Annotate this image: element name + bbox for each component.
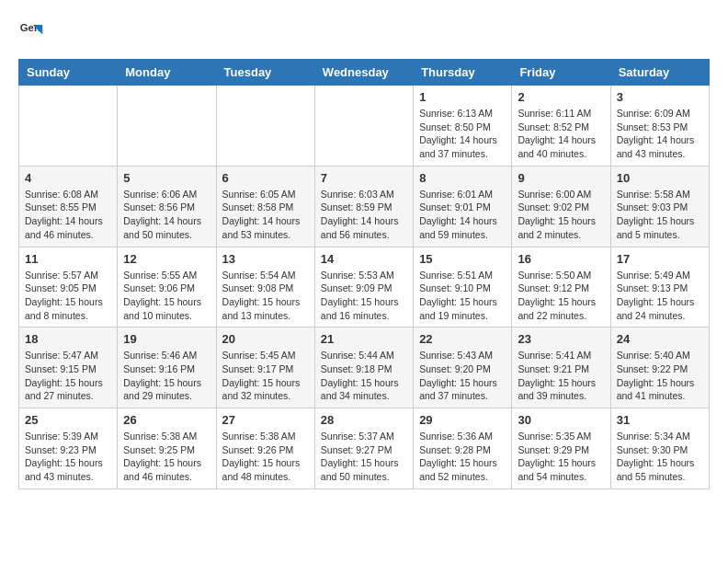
day-info: Sunrise: 6:03 AM Sunset: 8:59 PM Dayligh… xyxy=(321,188,407,242)
day-number: 4 xyxy=(25,171,111,185)
calendar-cell: 16Sunrise: 5:50 AM Sunset: 9:12 PM Dayli… xyxy=(512,247,610,327)
day-info: Sunrise: 5:45 AM Sunset: 9:17 PM Dayligh… xyxy=(222,349,309,403)
calendar-week-row: 1Sunrise: 6:13 AM Sunset: 8:50 PM Daylig… xyxy=(19,86,710,167)
day-number: 15 xyxy=(419,252,506,266)
day-info: Sunrise: 6:06 AM Sunset: 8:56 PM Dayligh… xyxy=(123,188,210,242)
day-info: Sunrise: 6:00 AM Sunset: 9:02 PM Dayligh… xyxy=(518,188,604,242)
calendar-cell: 21Sunrise: 5:44 AM Sunset: 9:18 PM Dayli… xyxy=(314,327,413,408)
calendar-cell: 11Sunrise: 5:57 AM Sunset: 9:05 PM Dayli… xyxy=(19,247,118,327)
day-info: Sunrise: 5:35 AM Sunset: 9:29 PM Dayligh… xyxy=(518,430,604,484)
day-number: 9 xyxy=(518,171,604,185)
calendar-cell: 20Sunrise: 5:45 AM Sunset: 9:17 PM Dayli… xyxy=(216,327,314,408)
day-info: Sunrise: 5:53 AM Sunset: 9:09 PM Dayligh… xyxy=(321,269,407,323)
day-info: Sunrise: 5:37 AM Sunset: 9:27 PM Dayligh… xyxy=(321,430,407,484)
day-number: 31 xyxy=(617,413,703,427)
calendar-cell: 2Sunrise: 6:11 AM Sunset: 8:52 PM Daylig… xyxy=(512,86,610,167)
logo-icon: Gen xyxy=(18,18,44,44)
calendar-cell: 18Sunrise: 5:47 AM Sunset: 9:15 PM Dayli… xyxy=(19,327,118,408)
calendar-cell: 29Sunrise: 5:36 AM Sunset: 9:28 PM Dayli… xyxy=(414,408,512,489)
day-info: Sunrise: 6:11 AM Sunset: 8:52 PM Dayligh… xyxy=(518,107,604,161)
day-info: Sunrise: 6:01 AM Sunset: 9:01 PM Dayligh… xyxy=(419,188,506,242)
day-number: 19 xyxy=(123,332,210,346)
calendar-cell: 7Sunrise: 6:03 AM Sunset: 8:59 PM Daylig… xyxy=(314,166,413,247)
day-number: 16 xyxy=(518,252,604,266)
day-number: 6 xyxy=(222,171,309,185)
day-number: 17 xyxy=(617,252,703,266)
day-info: Sunrise: 5:54 AM Sunset: 9:08 PM Dayligh… xyxy=(222,269,309,323)
day-info: Sunrise: 5:51 AM Sunset: 9:10 PM Dayligh… xyxy=(419,269,506,323)
day-number: 2 xyxy=(518,90,604,104)
calendar-week-row: 18Sunrise: 5:47 AM Sunset: 9:15 PM Dayli… xyxy=(19,327,710,408)
day-info: Sunrise: 6:13 AM Sunset: 8:50 PM Dayligh… xyxy=(419,107,506,161)
calendar-cell: 5Sunrise: 6:06 AM Sunset: 8:56 PM Daylig… xyxy=(118,166,216,247)
day-info: Sunrise: 6:05 AM Sunset: 8:58 PM Dayligh… xyxy=(222,188,309,242)
day-number: 7 xyxy=(321,171,407,185)
day-number: 3 xyxy=(617,90,703,104)
calendar-cell: 22Sunrise: 5:43 AM Sunset: 9:20 PM Dayli… xyxy=(414,327,512,408)
weekday-header-row: SundayMondayTuesdayWednesdayThursdayFrid… xyxy=(19,60,710,86)
day-number: 12 xyxy=(123,252,210,266)
day-number: 8 xyxy=(419,171,506,185)
logo: Gen xyxy=(18,18,48,44)
day-number: 29 xyxy=(419,413,506,427)
page-header: Gen xyxy=(18,18,710,44)
day-number: 28 xyxy=(321,413,407,427)
day-info: Sunrise: 5:40 AM Sunset: 9:22 PM Dayligh… xyxy=(617,349,703,403)
calendar-cell: 4Sunrise: 6:08 AM Sunset: 8:55 PM Daylig… xyxy=(19,166,118,247)
calendar-cell xyxy=(314,86,413,167)
calendar-cell: 10Sunrise: 5:58 AM Sunset: 9:03 PM Dayli… xyxy=(610,166,709,247)
calendar-body: 1Sunrise: 6:13 AM Sunset: 8:50 PM Daylig… xyxy=(19,86,710,489)
day-info: Sunrise: 5:43 AM Sunset: 9:20 PM Dayligh… xyxy=(419,349,506,403)
weekday-header-tuesday: Tuesday xyxy=(216,60,314,86)
calendar-cell: 26Sunrise: 5:38 AM Sunset: 9:25 PM Dayli… xyxy=(118,408,216,489)
day-number: 30 xyxy=(518,413,604,427)
calendar-cell: 1Sunrise: 6:13 AM Sunset: 8:50 PM Daylig… xyxy=(414,86,512,167)
day-info: Sunrise: 5:46 AM Sunset: 9:16 PM Dayligh… xyxy=(123,349,210,403)
day-info: Sunrise: 5:57 AM Sunset: 9:05 PM Dayligh… xyxy=(25,269,111,323)
weekday-header-wednesday: Wednesday xyxy=(314,60,413,86)
day-number: 20 xyxy=(222,332,309,346)
calendar-cell: 15Sunrise: 5:51 AM Sunset: 9:10 PM Dayli… xyxy=(414,247,512,327)
day-info: Sunrise: 5:50 AM Sunset: 9:12 PM Dayligh… xyxy=(518,269,604,323)
weekday-header-saturday: Saturday xyxy=(610,60,709,86)
day-number: 14 xyxy=(321,252,407,266)
day-info: Sunrise: 5:34 AM Sunset: 9:30 PM Dayligh… xyxy=(617,430,703,484)
day-info: Sunrise: 5:58 AM Sunset: 9:03 PM Dayligh… xyxy=(617,188,703,242)
weekday-header-sunday: Sunday xyxy=(19,60,118,86)
day-info: Sunrise: 5:55 AM Sunset: 9:06 PM Dayligh… xyxy=(123,269,210,323)
weekday-header-monday: Monday xyxy=(118,60,216,86)
calendar-table: SundayMondayTuesdayWednesdayThursdayFrid… xyxy=(18,59,710,489)
day-number: 18 xyxy=(25,332,111,346)
day-number: 5 xyxy=(123,171,210,185)
day-number: 22 xyxy=(419,332,506,346)
calendar-cell: 28Sunrise: 5:37 AM Sunset: 9:27 PM Dayli… xyxy=(314,408,413,489)
calendar-cell: 3Sunrise: 6:09 AM Sunset: 8:53 PM Daylig… xyxy=(610,86,709,167)
day-info: Sunrise: 5:36 AM Sunset: 9:28 PM Dayligh… xyxy=(419,430,506,484)
day-number: 25 xyxy=(25,413,111,427)
day-info: Sunrise: 5:39 AM Sunset: 9:23 PM Dayligh… xyxy=(25,430,111,484)
day-number: 1 xyxy=(419,90,506,104)
day-number: 21 xyxy=(321,332,407,346)
day-info: Sunrise: 5:41 AM Sunset: 9:21 PM Dayligh… xyxy=(518,349,604,403)
calendar-cell xyxy=(118,86,216,167)
calendar-cell: 6Sunrise: 6:05 AM Sunset: 8:58 PM Daylig… xyxy=(216,166,314,247)
calendar-cell: 14Sunrise: 5:53 AM Sunset: 9:09 PM Dayli… xyxy=(314,247,413,327)
weekday-header-friday: Friday xyxy=(512,60,610,86)
calendar-cell: 8Sunrise: 6:01 AM Sunset: 9:01 PM Daylig… xyxy=(414,166,512,247)
day-info: Sunrise: 5:49 AM Sunset: 9:13 PM Dayligh… xyxy=(617,269,703,323)
day-info: Sunrise: 5:38 AM Sunset: 9:25 PM Dayligh… xyxy=(123,430,210,484)
calendar-week-row: 4Sunrise: 6:08 AM Sunset: 8:55 PM Daylig… xyxy=(19,166,710,247)
day-info: Sunrise: 6:08 AM Sunset: 8:55 PM Dayligh… xyxy=(25,188,111,242)
calendar-cell xyxy=(216,86,314,167)
day-number: 11 xyxy=(25,252,111,266)
calendar-cell xyxy=(19,86,118,167)
day-info: Sunrise: 5:44 AM Sunset: 9:18 PM Dayligh… xyxy=(321,349,407,403)
calendar-cell: 23Sunrise: 5:41 AM Sunset: 9:21 PM Dayli… xyxy=(512,327,610,408)
calendar-cell: 25Sunrise: 5:39 AM Sunset: 9:23 PM Dayli… xyxy=(19,408,118,489)
day-info: Sunrise: 5:38 AM Sunset: 9:26 PM Dayligh… xyxy=(222,430,309,484)
weekday-header-thursday: Thursday xyxy=(414,60,512,86)
day-number: 24 xyxy=(617,332,703,346)
day-number: 27 xyxy=(222,413,309,427)
calendar-cell: 27Sunrise: 5:38 AM Sunset: 9:26 PM Dayli… xyxy=(216,408,314,489)
day-info: Sunrise: 5:47 AM Sunset: 9:15 PM Dayligh… xyxy=(25,349,111,403)
